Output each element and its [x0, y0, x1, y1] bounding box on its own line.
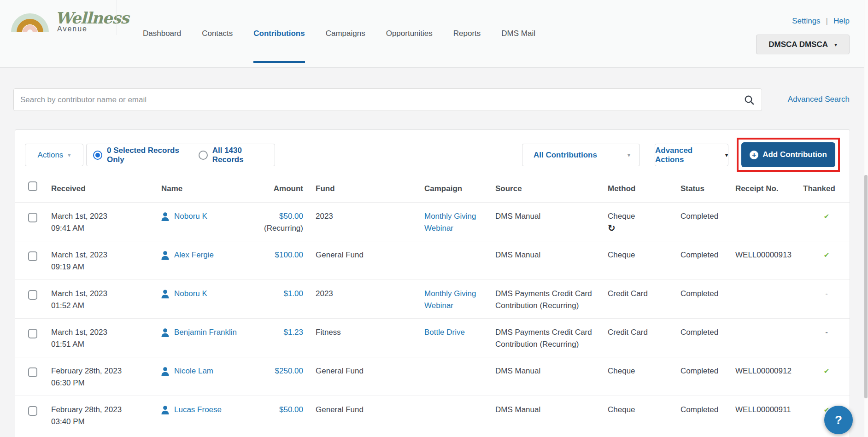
campaign-link[interactable]: Monthly Giving Webinar — [424, 212, 476, 233]
received-date: March 1st, 2023 — [51, 249, 155, 261]
contributions-filter-dropdown[interactable]: All Contributions ▾ — [522, 144, 640, 166]
method-cell: Credit Card — [608, 288, 672, 300]
col-header-campaign: Campaign — [424, 184, 482, 193]
fund-cell: General Fund — [316, 365, 417, 377]
received-time: 09:19 AM — [51, 261, 155, 273]
fund-cell: 2023 — [316, 210, 417, 222]
actions-dropdown[interactable]: Actions ▾ — [25, 144, 83, 166]
received-cell: February 28th, 202306:30 PM — [51, 365, 155, 389]
fund-cell: General Fund — [316, 249, 417, 261]
tab-reports[interactable]: Reports — [453, 0, 481, 67]
status-cell: Completed — [680, 365, 731, 377]
help-link[interactable]: Help — [833, 17, 850, 26]
method-label: Credit Card — [608, 328, 648, 337]
table-row: March 1st, 202301:52 AMNoboru K$1.002023… — [15, 280, 850, 318]
received-date: March 1st, 2023 — [51, 288, 155, 300]
settings-link[interactable]: Settings — [792, 17, 820, 26]
select-all-checkbox[interactable] — [28, 181, 37, 191]
recurring-note: (Recurring) — [225, 222, 303, 234]
advanced-search-link[interactable]: Advanced Search — [788, 95, 850, 104]
campaign-cell: Monthly Giving Webinar — [424, 288, 482, 312]
col-header-fund: Fund — [316, 184, 417, 193]
record-scope-group: 0 Selected Records Only All 1430 Records — [86, 144, 275, 166]
amount-link[interactable]: $1.23 — [283, 328, 303, 337]
thanked-cell: ✔ — [806, 249, 847, 261]
source-cell: DMS Manual — [495, 404, 602, 416]
tab-dms-mail[interactable]: DMS Mail — [501, 0, 535, 67]
help-fab-button[interactable]: ? — [824, 406, 853, 434]
account-menu-button[interactable]: DMSCA DMSCA ▾ — [756, 35, 850, 54]
source-cell: DMS Payments Credit Card Contribution (R… — [495, 288, 602, 312]
amount-link[interactable]: $1.00 — [283, 289, 303, 298]
scrollbar-thumb[interactable] — [864, 175, 868, 398]
campaign-link[interactable]: Monthly Giving Webinar — [424, 289, 476, 310]
contact-link[interactable]: Nicole Lam — [174, 365, 213, 377]
contact-link[interactable]: Noboru K — [174, 288, 207, 300]
chevron-down-icon: ▾ — [68, 152, 70, 158]
col-header-received: Received — [51, 184, 155, 193]
receipt-cell: WELL00000912 — [735, 365, 804, 377]
received-time: 03:40 PM — [51, 416, 155, 428]
plus-circle-icon: + — [750, 151, 758, 159]
amount-cell: $50.00(Recurring) — [225, 210, 303, 234]
contact-link[interactable]: Lucas Froese — [174, 404, 222, 416]
status-cell: Completed — [680, 249, 731, 261]
fund-cell: General Fund — [316, 404, 417, 416]
amount-link[interactable]: $100.00 — [275, 251, 303, 259]
thanked-check-icon: ✔ — [824, 251, 830, 259]
received-time: 09:41 AM — [51, 222, 155, 234]
contact-link[interactable]: Noboru K — [174, 210, 207, 222]
row-checkbox[interactable] — [28, 367, 37, 377]
receipt-cell: WELL00000911 — [735, 404, 804, 416]
received-date: February 28th, 2023 — [51, 404, 155, 416]
person-icon — [161, 328, 169, 337]
row-checkbox[interactable] — [28, 290, 37, 300]
contact-link[interactable]: Alex Fergie — [174, 249, 214, 261]
highlight-annotation: + Add Contribution — [737, 138, 840, 172]
brand-wordmark: Wellness Avenue — [55, 4, 129, 33]
person-icon — [161, 406, 169, 414]
all-records-radio[interactable] — [199, 151, 208, 160]
thanked-check-icon: ✔ — [824, 212, 830, 220]
account-name: DMSCA DMSCA — [768, 40, 828, 49]
search-input[interactable] — [14, 89, 744, 111]
selected-records-radio[interactable] — [93, 151, 102, 160]
all-records-label[interactable]: All 1430 Records — [212, 146, 266, 164]
links-separator: | — [826, 17, 828, 26]
tab-campaigns[interactable]: Campaigns — [326, 0, 365, 67]
person-icon — [161, 290, 169, 298]
tab-opportunities[interactable]: Opportunities — [386, 0, 433, 67]
method-cell: Cheque↻ — [608, 210, 672, 234]
source-cell: DMS Manual — [495, 249, 602, 261]
scrollbar-track — [864, 0, 868, 437]
source-cell: DMS Manual — [495, 210, 602, 222]
amount-link[interactable]: $50.00 — [279, 212, 303, 221]
method-label: Credit Card — [608, 289, 648, 298]
status-cell: Completed — [680, 404, 731, 416]
amount-link[interactable]: $250.00 — [275, 367, 303, 375]
campaign-link[interactable]: Bottle Drive — [424, 328, 465, 337]
received-cell: March 1st, 202301:52 AM — [51, 288, 155, 312]
chevron-down-icon: ▾ — [628, 152, 630, 158]
row-checkbox[interactable] — [28, 329, 37, 338]
filter-label: All Contributions — [534, 151, 597, 160]
row-checkbox[interactable] — [28, 406, 37, 416]
brand-logo: Wellness Avenue — [10, 4, 129, 33]
row-checkbox[interactable] — [28, 213, 37, 222]
amount-link[interactable]: $50.00 — [279, 405, 303, 414]
top-bar: Wellness Avenue DashboardContactsContrib… — [0, 0, 868, 68]
tab-contributions[interactable]: Contributions — [253, 0, 305, 67]
fund-cell: 2023 — [316, 288, 417, 300]
advanced-actions-dropdown[interactable]: Advanced Actions ▾ — [655, 144, 728, 166]
tab-contacts[interactable]: Contacts — [202, 0, 233, 67]
add-contribution-button[interactable]: + Add Contribution — [741, 142, 835, 167]
received-cell: March 1st, 202301:51 AM — [51, 326, 155, 350]
tab-dashboard[interactable]: Dashboard — [143, 0, 181, 67]
selected-records-label[interactable]: 0 Selected Records Only — [107, 146, 186, 164]
row-checkbox[interactable] — [28, 251, 37, 261]
col-header-thanked: Thanked — [803, 184, 845, 193]
person-icon — [161, 251, 169, 260]
thanked-check-icon: ✔ — [824, 367, 830, 375]
search-icon[interactable] — [744, 95, 754, 105]
col-header-receipt: Receipt No. — [735, 184, 804, 193]
